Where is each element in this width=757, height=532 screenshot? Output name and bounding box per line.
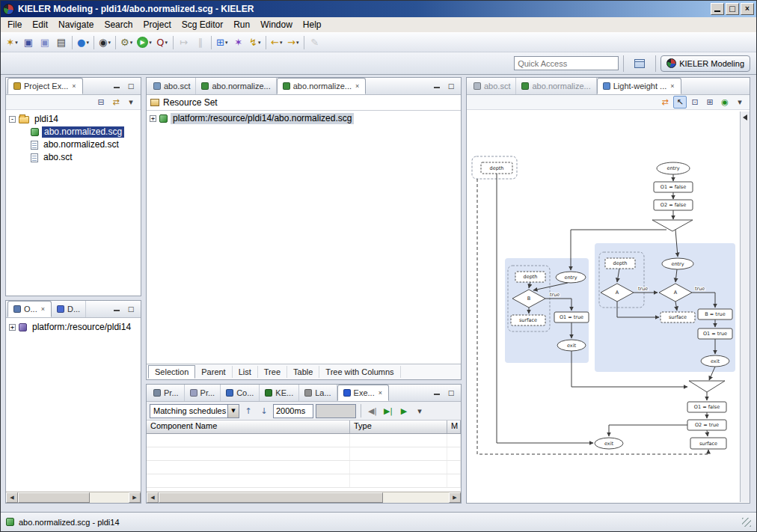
scroll-thumb[interactable] <box>18 492 90 503</box>
node-assign-o1-false-2[interactable]: O1 = false <box>687 402 726 412</box>
node-assign-o1-true-t2[interactable]: O1 = true <box>698 328 732 339</box>
profile-menu-icon[interactable]: ▾ <box>165 40 168 46</box>
external-tools-menu-icon[interactable]: ▾ <box>130 40 133 46</box>
node-surface-main[interactable]: surface <box>690 438 726 449</box>
node-assign-o1-true-t1[interactable]: O1 = true <box>554 312 589 322</box>
close-button[interactable]: × <box>741 3 754 15</box>
save-button[interactable]: ▣ <box>20 34 37 51</box>
minimize-view-button[interactable] <box>431 388 443 398</box>
scg-diagram[interactable]: truetruetruedepthentryO1 = falseO2 = fal… <box>468 111 738 501</box>
view-menu-button[interactable]: ▾ <box>733 96 747 108</box>
layout-refresh-button[interactable]: ⇄ <box>658 96 672 108</box>
scroll-right-icon[interactable]: ▶ <box>129 492 141 503</box>
execution-tab-1[interactable]: Pr... <box>148 385 185 401</box>
menu-scg-editor[interactable]: Scg Editor <box>177 18 228 31</box>
perspective-kieler-modeling-button[interactable]: KIELER Modeling <box>661 55 750 72</box>
kieler-compiler-button[interactable]: ◉▾ <box>96 34 113 51</box>
zoom-grid-button[interactable]: ⊞ <box>703 96 717 108</box>
editor-tab-2[interactable]: abo.normalize... <box>196 78 276 94</box>
node-join[interactable] <box>689 381 725 392</box>
node-assign-b-true[interactable]: B = true <box>698 309 732 319</box>
run-menu-button[interactable]: ▾ <box>413 405 426 418</box>
editor-mode-tab-tree[interactable]: Tree <box>258 366 287 378</box>
expand-toggle[interactable]: + <box>150 115 156 122</box>
editor-mode-tab-table[interactable]: Table <box>287 366 319 378</box>
node-depth-t1[interactable]: depth <box>515 272 545 282</box>
editor-mode-tab-selection[interactable]: Selection <box>148 365 195 379</box>
maximize-view-button[interactable]: □ <box>125 81 137 91</box>
maximize-view-button[interactable]: □ <box>445 388 457 398</box>
scroll-right-icon[interactable]: ▶ <box>449 492 461 503</box>
quick-access-input[interactable] <box>514 56 619 70</box>
project-explorer-tab-1[interactable]: Project Ex...× <box>7 78 83 94</box>
expand-toggle[interactable]: + <box>9 324 16 331</box>
move-down-button[interactable]: ↓ <box>257 405 271 418</box>
node-surface-t1[interactable]: surface <box>511 315 545 325</box>
editor-mode-tab-list[interactable]: List <box>233 366 258 378</box>
diagram-tab-1[interactable]: abo.sct <box>468 78 516 94</box>
execution-tab-2[interactable]: Pr... <box>185 385 221 401</box>
outline-row-1[interactable]: +platform:/resource/pldi14 <box>7 321 139 334</box>
maximize-view-button[interactable]: □ <box>125 304 137 314</box>
node-surface-t2[interactable]: surface <box>661 312 695 322</box>
editor-mode-tab-tree-with-columns[interactable]: Tree with Columns <box>319 366 400 378</box>
project-row-4[interactable]: abo.sct <box>7 151 139 164</box>
node-assign-o2-false[interactable]: O2 = false <box>654 200 693 210</box>
node-entry-t2[interactable]: entry <box>662 258 693 269</box>
lightning-menu-icon[interactable]: ▾ <box>258 40 261 46</box>
open-web-browser-button[interactable]: ●▾ <box>75 34 91 51</box>
node-depth-main[interactable]: depth <box>481 162 512 174</box>
maximize-button[interactable]: □ <box>726 3 739 15</box>
tab-close-icon[interactable]: × <box>378 389 383 397</box>
menu-project[interactable]: Project <box>138 18 176 31</box>
maximize-view-button[interactable]: □ <box>445 81 457 91</box>
node-exit-main[interactable]: exit <box>595 438 623 449</box>
project-row-3[interactable]: abo.normalized.sct <box>7 138 139 151</box>
execution-tab-5[interactable]: La... <box>299 385 337 401</box>
open-web-browser-menu-icon[interactable]: ▾ <box>86 40 89 46</box>
execution-tab-4[interactable]: KE... <box>260 385 299 401</box>
forward-button[interactable]: →▾ <box>285 34 301 51</box>
save-all-button[interactable]: ▣ <box>37 34 53 51</box>
column-header-m[interactable]: M <box>447 421 461 433</box>
new-wizard-menu-icon[interactable]: ▾ <box>15 40 18 46</box>
editor-row-1[interactable]: +platform:/resource/pldi14/abo.normalize… <box>148 112 459 125</box>
menu-run[interactable]: Run <box>228 18 255 31</box>
delay-input[interactable] <box>273 404 313 418</box>
zoom-to-fit-button[interactable]: ⊡ <box>688 96 702 108</box>
synthesis-wand-button[interactable]: ✶ <box>230 34 247 51</box>
diagram-layout-menu-icon[interactable]: ▾ <box>225 40 228 46</box>
minimize-button[interactable] <box>711 3 724 15</box>
profile-button[interactable]: Q▾ <box>154 34 171 51</box>
view-menu-button[interactable]: ▾ <box>124 96 138 108</box>
scroll-left-icon[interactable]: ◀ <box>6 492 18 503</box>
back-button[interactable]: ←▾ <box>269 34 285 51</box>
lightning-button[interactable]: ↯▾ <box>247 34 263 51</box>
outline-tab-2[interactable]: D... <box>52 301 86 317</box>
execution-tab-6[interactable]: Exe...× <box>337 385 389 401</box>
menu-search[interactable]: Search <box>99 18 138 31</box>
new-wizard-button[interactable]: ✶▾ <box>4 34 20 51</box>
node-entry-main[interactable]: entry <box>657 162 690 174</box>
collapse-toggle[interactable]: - <box>9 116 16 123</box>
project-row-2[interactable]: abo.normalized.scg <box>7 126 139 138</box>
node-exit-t2[interactable]: exit <box>701 355 729 367</box>
resize-grip[interactable] <box>742 518 751 527</box>
editor-tab-1[interactable]: abo.sct <box>148 78 196 94</box>
tab-close-icon[interactable]: × <box>40 305 46 313</box>
print-button[interactable]: ▤ <box>53 34 70 51</box>
project-row-1[interactable]: -pldi14 <box>7 113 139 126</box>
diagram-canvas[interactable]: truetruetruedepthentryO1 = falseO2 = fal… <box>468 111 739 502</box>
schedule-select[interactable]: Matching schedules▼ <box>150 404 239 418</box>
editor-tab-3[interactable]: abo.normalize...× <box>277 78 367 94</box>
open-perspective-button[interactable] <box>628 55 651 72</box>
step-forward-button[interactable]: ▶| <box>381 405 395 418</box>
back-menu-icon[interactable]: ▾ <box>280 40 283 46</box>
diagram-layout-button[interactable]: ⊞▾ <box>214 34 230 51</box>
menu-window[interactable]: Window <box>255 18 298 31</box>
execution-hscrollbar[interactable]: ◀ ▶ <box>147 492 461 503</box>
minimize-view-button[interactable] <box>111 304 123 314</box>
collapsed-sidebar[interactable] <box>740 111 750 502</box>
titlebar[interactable]: KIELER Modeling - pldi14/abo.normalized.… <box>1 1 756 17</box>
column-header-type[interactable]: Type <box>350 421 447 433</box>
